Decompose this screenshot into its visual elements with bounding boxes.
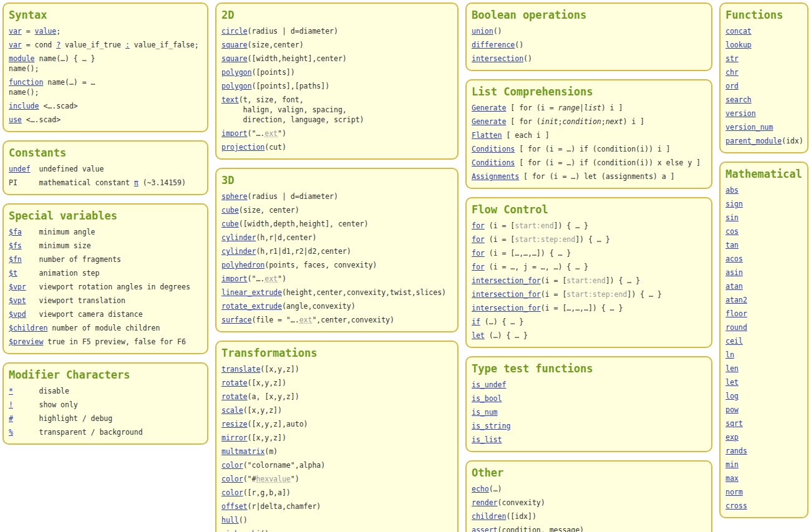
link-flatten[interactable]: Flatten bbox=[472, 131, 502, 140]
link-ext[interactable]: ext bbox=[265, 274, 278, 283]
link-ln[interactable]: ln bbox=[726, 351, 734, 359]
link-ord[interactable]: ord bbox=[726, 82, 739, 90]
link-round[interactable]: round bbox=[726, 323, 747, 332]
link-intersection[interactable]: intersection bbox=[472, 54, 523, 63]
link-pi[interactable]: π bbox=[134, 178, 138, 187]
link-var[interactable]: var bbox=[9, 27, 22, 36]
link-assignments[interactable]: Assignments bbox=[472, 172, 519, 181]
link-conditions[interactable]: Conditions bbox=[472, 158, 515, 167]
link-conditions[interactable]: Conditions bbox=[472, 145, 515, 153]
link-is-num[interactable]: is_num bbox=[472, 408, 498, 417]
link-for[interactable]: for bbox=[472, 263, 485, 271]
link-sign[interactable]: sign bbox=[726, 200, 743, 208]
link-exp[interactable]: exp bbox=[726, 433, 739, 442]
link-concat[interactable]: concat bbox=[726, 27, 752, 36]
link-cylinder[interactable]: cylinder bbox=[221, 233, 256, 242]
link-ext[interactable]: ext bbox=[299, 316, 313, 324]
link-rotate-extrude[interactable]: rotate_extrude bbox=[221, 302, 282, 311]
link-search[interactable]: search bbox=[726, 95, 752, 104]
link-scale[interactable]: scale bbox=[221, 406, 243, 415]
link-len[interactable]: len bbox=[726, 364, 739, 373]
link-color[interactable]: color bbox=[221, 461, 243, 470]
link-ceil[interactable]: ceil bbox=[726, 337, 743, 346]
link-for[interactable]: for bbox=[472, 221, 485, 230]
link-intersection-for[interactable]: intersection_for bbox=[472, 276, 541, 285]
link-linear-extrude[interactable]: linear_extrude bbox=[221, 288, 282, 297]
link-hexvalue[interactable]: hexvalue bbox=[256, 475, 290, 483]
link-sqrt[interactable]: sqrt bbox=[726, 419, 743, 428]
link-children[interactable]: children bbox=[472, 512, 506, 521]
link-echo[interactable]: echo bbox=[472, 485, 489, 493]
link-translate[interactable]: translate bbox=[221, 365, 260, 374]
link-render[interactable]: render bbox=[472, 498, 498, 507]
link-square[interactable]: square bbox=[221, 41, 248, 49]
link-tan[interactable]: tan bbox=[726, 241, 739, 249]
link-min[interactable]: min bbox=[726, 460, 739, 469]
link-children[interactable]: $children bbox=[9, 324, 47, 332]
link-fs[interactable]: $fs bbox=[9, 241, 22, 250]
link-intersection-for[interactable]: intersection_for bbox=[472, 304, 541, 312]
link-hull[interactable]: hull bbox=[221, 516, 239, 525]
link-pow[interactable]: pow bbox=[726, 405, 739, 414]
link-cube[interactable]: cube bbox=[221, 220, 239, 228]
link-asin[interactable]: asin bbox=[726, 268, 743, 277]
link-fn[interactable]: $fn bbox=[9, 255, 22, 264]
link-lookup[interactable]: lookup bbox=[726, 41, 752, 49]
link-version-num[interactable]: version_num bbox=[726, 123, 773, 132]
link-var[interactable]: var bbox=[9, 41, 22, 49]
link-text[interactable]: text bbox=[221, 95, 239, 104]
link-cube[interactable]: cube bbox=[221, 206, 239, 215]
link-vpr[interactable]: $vpr bbox=[9, 283, 26, 291]
link-offset[interactable]: offset bbox=[221, 502, 248, 511]
link-polygon[interactable]: polygon bbox=[221, 82, 251, 90]
link-rotate[interactable]: rotate bbox=[221, 379, 248, 387]
link-version[interactable]: version bbox=[726, 109, 755, 118]
link-colon[interactable]: : bbox=[125, 41, 130, 49]
link-log[interactable]: log bbox=[726, 392, 739, 400]
link-is-bool[interactable]: is_bool bbox=[472, 394, 502, 403]
link-t[interactable]: $t bbox=[9, 269, 17, 278]
link-let[interactable]: let bbox=[726, 378, 739, 387]
link-norm[interactable]: norm bbox=[726, 488, 743, 496]
link-chr[interactable]: chr bbox=[726, 68, 739, 77]
link-minkowski[interactable]: minkowski bbox=[221, 530, 260, 532]
link-resize[interactable]: resize bbox=[221, 420, 248, 428]
link-multmatrix[interactable]: multmatrix bbox=[221, 447, 265, 456]
link-vpd[interactable]: $vpd bbox=[9, 310, 26, 319]
link-module[interactable]: module bbox=[9, 54, 35, 63]
link-exclamation[interactable]: ! bbox=[9, 400, 13, 409]
link-vpt[interactable]: $vpt bbox=[9, 296, 26, 305]
link-is-undef[interactable]: is_undef bbox=[472, 380, 506, 389]
link-union[interactable]: union bbox=[472, 27, 493, 36]
link-undef[interactable]: undef bbox=[9, 165, 31, 173]
link-generate[interactable]: Generate bbox=[472, 117, 506, 126]
link-sin[interactable]: sin bbox=[726, 213, 739, 222]
link-rotate[interactable]: rotate bbox=[221, 392, 248, 401]
link-function[interactable]: function bbox=[9, 78, 43, 87]
link-generate[interactable]: Generate bbox=[472, 104, 506, 112]
link-value[interactable]: value bbox=[35, 27, 57, 36]
link-use[interactable]: use bbox=[9, 115, 22, 124]
link-is-string[interactable]: is_string bbox=[472, 422, 510, 430]
link-circle[interactable]: circle bbox=[221, 27, 248, 36]
link-abs[interactable]: abs bbox=[726, 186, 739, 195]
link-acos[interactable]: acos bbox=[726, 254, 743, 263]
link-floor[interactable]: floor bbox=[726, 309, 747, 318]
link-polygon[interactable]: polygon bbox=[221, 68, 251, 77]
link-difference[interactable]: difference bbox=[472, 41, 515, 49]
link-str[interactable]: str bbox=[726, 54, 739, 63]
link-atan[interactable]: atan bbox=[726, 282, 743, 291]
link-if[interactable]: if bbox=[472, 317, 480, 326]
link-projection[interactable]: projection bbox=[221, 143, 265, 152]
link-square[interactable]: square bbox=[221, 54, 248, 63]
link-preview[interactable]: $preview bbox=[9, 337, 43, 346]
link-cos[interactable]: cos bbox=[726, 227, 739, 236]
link-let[interactable]: let bbox=[472, 331, 485, 340]
link-rands[interactable]: rands bbox=[726, 447, 747, 455]
link-sphere[interactable]: sphere bbox=[221, 192, 248, 201]
link-cylinder[interactable]: cylinder bbox=[221, 247, 256, 256]
link-polyhedron[interactable]: polyhedron bbox=[221, 261, 265, 269]
link-surface[interactable]: surface bbox=[221, 316, 251, 324]
link-color[interactable]: color bbox=[221, 475, 243, 483]
link-cross[interactable]: cross bbox=[726, 501, 747, 510]
